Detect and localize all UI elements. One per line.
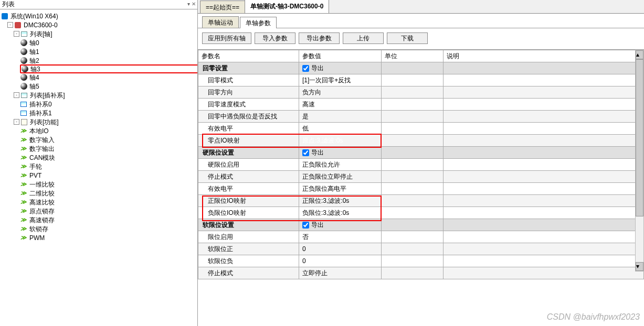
export-button[interactable]: 导出参数 <box>299 32 340 44</box>
tree-func-item[interactable]: PWM <box>20 233 196 242</box>
device-tree[interactable]: 系统(Win10 X64) - DMC3600-0 - 列表[轴] 轴0 <box>0 9 197 326</box>
collapse-icon[interactable]: - <box>7 22 13 28</box>
tab-axis-test[interactable]: 单轴测试-轴3-DMC3600-0 <box>245 0 329 13</box>
tree-label: 列表[插补系] <box>29 91 66 99</box>
subtab-move[interactable]: 单轴运动 <box>202 16 239 28</box>
table-row[interactable]: 回零方向负方向 <box>198 86 644 99</box>
tree-label: PVT <box>28 171 43 179</box>
param-value[interactable]: 高速 <box>299 99 382 111</box>
tree-interp-0[interactable]: 插补系0 <box>20 100 196 108</box>
param-name: 回零方向 <box>198 86 299 99</box>
param-value[interactable]: 0 <box>299 243 382 255</box>
tree-system[interactable]: 系统(Win10 X64) <box>1 12 196 20</box>
tree-func-item[interactable]: 二维比较 <box>20 189 196 198</box>
tree-label: 轴1 <box>28 48 40 56</box>
upload-button[interactable]: 上传 <box>343 32 384 44</box>
table-row[interactable]: 限位启用否 <box>198 231 644 243</box>
header-name[interactable]: 参数名 <box>198 50 299 62</box>
param-value[interactable]: [1]一次回零+反找 <box>299 74 382 86</box>
header-val[interactable]: 参数值 <box>299 50 382 62</box>
table-row[interactable]: 负限位IO映射负限位:3,滤波:0s <box>198 207 644 219</box>
tree-axis-4[interactable]: 轴4 <box>20 73 196 82</box>
export-checkbox[interactable] <box>302 65 309 72</box>
param-value[interactable]: 正负限位允许 <box>299 159 382 171</box>
param-value[interactable]: 原点:3,滤波:0s <box>299 135 382 147</box>
table-row[interactable]: 正限位IO映射正限位:3,滤波:0s <box>198 195 644 207</box>
table-row[interactable]: 有效电平正负限位高电平 <box>198 183 644 195</box>
apply-all-button[interactable]: 应用到所有轴 <box>202 32 251 44</box>
header-desc[interactable]: 说明 <box>444 50 644 62</box>
tree-label: 本地IO <box>28 127 50 135</box>
tab-start[interactable]: ==起始页== <box>200 1 245 13</box>
tree-axis-5[interactable]: 轴5 <box>20 82 196 91</box>
table-row[interactable]: 停止模式立即停止 <box>198 267 644 279</box>
tree-axis-0[interactable]: 轴0 <box>20 38 196 47</box>
tree-axis-1[interactable]: 轴1 <box>20 47 196 56</box>
header-unit[interactable]: 单位 <box>382 50 444 62</box>
tree-axis-3-selected[interactable]: 轴3 <box>20 64 197 73</box>
param-value[interactable]: 立即停止 <box>299 267 382 279</box>
param-grid[interactable]: 参数名 参数值 单位 说明 回零设置导出 回零模式[1]一次回零+反找 回零方向… <box>198 50 644 279</box>
param-value[interactable]: 正负限位立即停止 <box>299 171 382 183</box>
table-row-selected[interactable]: 零点IO映射原点:3,滤波:0s <box>198 135 644 147</box>
tree-func-list[interactable]: - 列表[功能] <box>14 117 196 126</box>
scrollbar-down-icon[interactable]: ▾ <box>636 262 643 271</box>
tree-func-item[interactable]: 数字输入 <box>20 135 196 144</box>
collapse-icon[interactable]: - <box>14 92 19 98</box>
export-checkbox[interactable] <box>302 222 309 229</box>
table-row[interactable]: 软限位正0 <box>198 243 644 255</box>
tree-interp-1[interactable]: 插补系1 <box>20 108 196 117</box>
param-value[interactable]: 正负限位高电平 <box>299 183 382 195</box>
section-soft[interactable]: 软限位设置导出 <box>198 219 644 231</box>
tree-func-item[interactable]: 高速锁存 <box>20 215 196 224</box>
tree-axis-list[interactable]: - 列表[轴] <box>14 29 196 38</box>
import-button[interactable]: 导入参数 <box>255 32 295 44</box>
download-button[interactable]: 下载 <box>387 32 428 44</box>
tree-axis-2[interactable]: 轴2 <box>20 56 196 65</box>
scrollbar-thumb[interactable] <box>636 59 643 216</box>
tree-func-item[interactable]: PVT <box>20 171 196 180</box>
tree-func-item[interactable]: 软锁存 <box>20 224 196 233</box>
section-zero[interactable]: 回零设置导出 <box>198 62 644 74</box>
scrollbar-up-icon[interactable]: ▴ <box>636 50 643 59</box>
interp-icon <box>20 110 27 117</box>
collapse-icon[interactable]: - <box>14 119 19 125</box>
tree-interp-list[interactable]: - 列表[插补系] <box>14 91 196 100</box>
param-value[interactable]: 低 <box>299 123 382 135</box>
table-row[interactable]: 停止模式正负限位立即停止 <box>198 171 644 183</box>
table-row[interactable]: 硬限位启用正负限位允许 <box>198 159 644 171</box>
param-value[interactable]: 0 <box>299 255 382 267</box>
param-value[interactable]: 负限位:3,滤波:0s <box>299 207 382 219</box>
tree-func-item[interactable]: 原点锁存 <box>20 207 196 215</box>
tree-label: 轴4 <box>28 73 40 81</box>
tree-func-item[interactable]: 数字输出 <box>20 144 196 153</box>
export-checkbox[interactable] <box>302 149 309 156</box>
param-value[interactable]: 是 <box>299 111 382 123</box>
tree-func-item[interactable]: 手轮 <box>20 162 196 171</box>
panel-controls[interactable]: ▾ ✕ <box>186 0 197 8</box>
interp-icon <box>20 101 27 108</box>
param-value[interactable]: 负方向 <box>299 86 382 99</box>
tree-device[interactable]: - DMC3600-0 <box>7 20 196 29</box>
tree-func-item[interactable]: CAN模块 <box>20 153 196 162</box>
param-value[interactable]: 否 <box>299 231 382 243</box>
tree-label: 列表[功能] <box>29 118 60 126</box>
tree-func-item[interactable]: 一维比较 <box>20 180 196 189</box>
table-row[interactable]: 有效电平低 <box>198 123 644 135</box>
table-row[interactable]: 软限位负0 <box>198 255 644 267</box>
tree-func-item[interactable]: 高速比较 <box>20 198 196 207</box>
collapse-icon[interactable]: - <box>14 31 19 37</box>
tree-func-item[interactable]: 本地IO <box>20 126 196 135</box>
table-row[interactable]: 回零速度模式高速 <box>198 99 644 111</box>
table-row[interactable]: 回零中遇负限位是否反找是 <box>198 111 644 123</box>
param-value[interactable]: 正限位:3,滤波:0s <box>299 195 382 207</box>
section-hard[interactable]: 硬限位设置导出 <box>198 147 644 159</box>
axis-icon <box>20 39 27 47</box>
func-list-icon <box>20 118 28 126</box>
subtab-param[interactable]: 单轴参数 <box>240 17 277 28</box>
tree-label: 数字输出 <box>28 145 56 153</box>
list-icon <box>20 30 28 38</box>
vertical-scrollbar[interactable]: ▴ ▾ <box>635 50 644 271</box>
table-row[interactable]: 回零模式[1]一次回零+反找 <box>198 74 644 86</box>
param-name: 硬限位启用 <box>198 159 299 171</box>
